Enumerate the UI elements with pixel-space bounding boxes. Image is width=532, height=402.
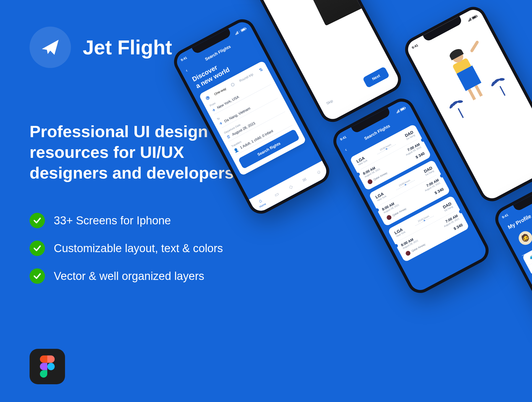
bullet-item: Vector & well organized layers (30, 268, 251, 284)
suit-illustration (292, 0, 368, 26)
nav-home[interactable]: ⌂Home (256, 197, 267, 208)
bullet-item: 33+ Screens for Iphone (30, 213, 251, 228)
phone-mockup-profile: 9:41 My Profile 🧔 Jos Creative joscreati… (491, 172, 532, 375)
ticket-icon: ▭ (273, 191, 280, 198)
radio-oneway-label: One-way (214, 87, 227, 96)
radio-round-label: Round-trip (239, 72, 254, 83)
paper-plane-icon (40, 37, 60, 57)
nav-inbox[interactable]: ✉ (301, 176, 307, 183)
check-icon (30, 268, 45, 284)
nav-offers[interactable]: ◇ (288, 184, 294, 190)
swap-icon[interactable]: ⇅ (258, 67, 264, 73)
person-icon: 👤 (233, 147, 239, 153)
radio-round-icon[interactable] (230, 82, 235, 87)
user-icon: ☺ (315, 168, 322, 176)
brand-logo-circle (30, 27, 71, 68)
bullet-text: Vector & well organized layers (54, 270, 204, 283)
home-icon: ⌂ (258, 198, 263, 204)
percent-icon: ◇ (288, 184, 294, 190)
bullet-text: Customizable layout, text & colors (54, 242, 223, 255)
palm-icon (450, 99, 468, 121)
palm-icon (492, 77, 510, 98)
figma-badge (30, 349, 65, 384)
avatar: 🧔 (516, 229, 532, 247)
nav-profile[interactable]: ☺ (315, 168, 322, 176)
mail-icon: ✉ (301, 176, 307, 183)
next-button[interactable]: Next (362, 66, 390, 88)
calendar-icon: 🗓 (226, 134, 231, 140)
check-icon (30, 241, 45, 256)
check-icon (30, 213, 45, 228)
bullet-text: 33+ Screens for Iphone (54, 214, 171, 227)
svg-point-0 (47, 363, 55, 370)
plane-landing-icon: ✈ (219, 121, 224, 126)
figma-icon (40, 355, 55, 378)
skip-button[interactable]: Skip (325, 98, 333, 105)
nav-booking[interactable]: ▭ (273, 191, 280, 198)
bottom-nav: ⌂Home ▭ ◇ ✉ ☺ (249, 161, 330, 214)
bullet-list: 33+ Screens for Iphone Customizable layo… (30, 213, 251, 284)
radio-oneway-icon[interactable] (205, 95, 210, 100)
bullet-item: Customizable layout, text & colors (30, 241, 251, 256)
plane-takeoff-icon: ✈ (211, 107, 216, 113)
